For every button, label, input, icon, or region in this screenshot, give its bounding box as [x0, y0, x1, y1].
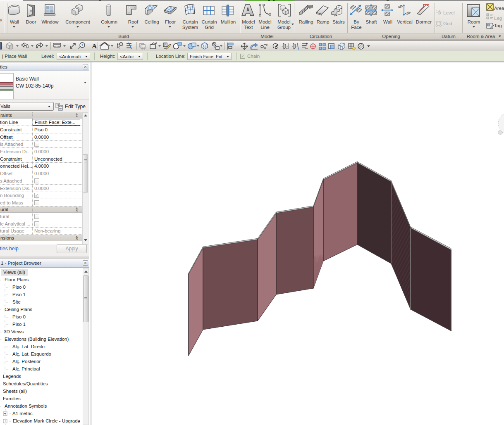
svg-text:1: 1 [81, 43, 84, 47]
svg-text:A: A [92, 42, 97, 50]
